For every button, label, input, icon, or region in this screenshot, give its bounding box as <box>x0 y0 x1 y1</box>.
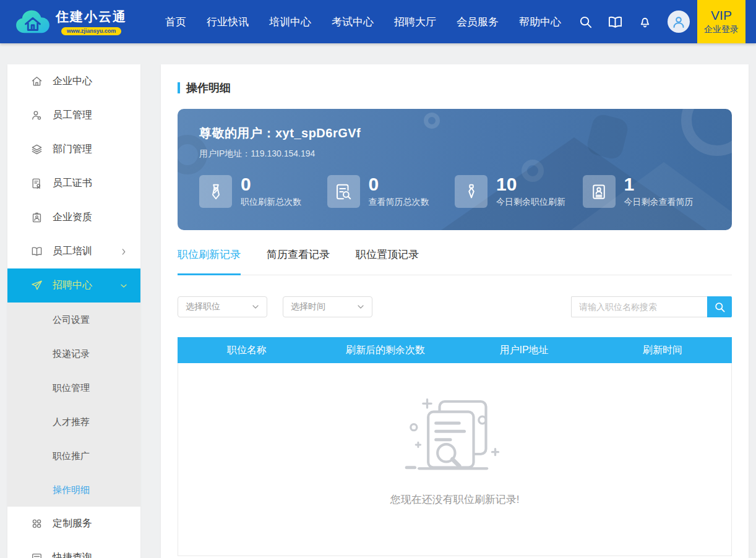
nav-item-training-center[interactable]: 培训中心 <box>269 15 311 29</box>
nav-item-member-services[interactable]: 会员服务 <box>457 15 499 29</box>
main-panel: 操作明细 尊敬的用户：xyt_spD6rGVf 用户IP地址：119.130.1… <box>161 64 749 558</box>
stat-value: 1 <box>624 175 694 194</box>
user-avatar[interactable] <box>668 11 690 33</box>
nav-icon-group <box>578 11 690 33</box>
user-gear-icon <box>31 109 43 121</box>
search-button[interactable] <box>707 296 732 317</box>
submenu-item-position-management[interactable]: 职位管理 <box>7 371 140 405</box>
sidebar: 企业中心 员工管理 部门管理 员工证书 企业资质 员工培训 <box>7 64 140 558</box>
nav-item-recruitment-hall[interactable]: 招聘大厅 <box>394 15 436 29</box>
stat-today-remaining-resume-views: 1 今日剩余查看简历 <box>583 175 711 208</box>
cloud-house-logo-icon <box>14 7 52 36</box>
stat-value: 0 <box>369 175 429 194</box>
chevron-down-icon <box>357 303 364 311</box>
paper-plane-icon <box>31 280 43 291</box>
column-header-remaining-after-refresh: 刷新后的剩余次数 <box>316 344 455 357</box>
stat-label: 职位刷新总次数 <box>241 197 301 208</box>
logo-title: 住建小云通 <box>56 8 127 25</box>
tab-position-refresh-records[interactable]: 职位刷新记录 <box>178 247 241 275</box>
sidebar-item-label: 快捷查询 <box>53 551 92 558</box>
sidebar-item-quick-query[interactable]: 快捷查询 <box>7 541 140 558</box>
empty-state-message: 您现在还没有职位刷新记录! <box>390 492 520 507</box>
vip-enterprise-login-button[interactable]: VIP 企业登录 <box>697 0 745 43</box>
sidebar-item-label: 招聘中心 <box>53 279 92 292</box>
search-icon[interactable] <box>578 15 593 29</box>
id-badge-icon <box>31 212 43 223</box>
position-search <box>571 296 732 317</box>
main-menu: 首页 行业快讯 培训中心 考试中心 招聘大厅 会员服务 帮助中心 <box>165 15 561 29</box>
sidebar-item-label: 企业中心 <box>53 75 92 88</box>
site-logo[interactable]: 住建小云通 www.zjiansyu.com <box>14 7 127 36</box>
tab-resume-view-records[interactable]: 简历查看记录 <box>267 247 330 275</box>
submenu-item-company-settings[interactable]: 公司设置 <box>7 303 140 337</box>
user-greeting: 尊敬的用户：xyt_spD6rGVf <box>199 125 710 142</box>
filter-row: 选择职位 选择时间 <box>178 296 732 317</box>
stats-row: 0 职位刷新总次数 0 查看简历总次数 <box>199 175 710 208</box>
necktie-icon <box>462 182 481 201</box>
document-query-icon <box>31 552 43 558</box>
table-header: 职位名称 刷新后的剩余次数 用户IP地址 刷新时间 <box>178 337 732 363</box>
submenu-item-position-promotion[interactable]: 职位推广 <box>7 439 140 473</box>
home-icon <box>31 75 43 87</box>
table-body-empty-state: 您现在还没有职位刷新记录! <box>178 363 732 556</box>
sidebar-item-label: 部门管理 <box>53 143 92 156</box>
sidebar-item-recruitment-center[interactable]: 招聘中心 <box>7 268 140 303</box>
stat-icon-box <box>199 175 232 208</box>
stat-label: 查看简历总次数 <box>369 197 429 208</box>
tie-icon <box>207 182 225 201</box>
stat-icon-box <box>327 175 360 208</box>
handbook-icon[interactable] <box>608 15 622 29</box>
layers-icon <box>31 144 43 155</box>
stat-resume-view-total: 0 查看简历总次数 <box>327 175 455 208</box>
stat-label: 今日剩余查看简历 <box>624 197 694 208</box>
user-stats-banner: 尊敬的用户：xyt_spD6rGVf 用户IP地址：119.130.154.19… <box>178 109 732 230</box>
page-title: 操作明细 <box>186 80 231 95</box>
vip-label: VIP <box>711 8 732 23</box>
column-header-user-ip: 用户IP地址 <box>455 344 593 357</box>
submenu-item-talent-recommendation[interactable]: 人才推荐 <box>7 405 140 439</box>
stat-position-refresh-total: 0 职位刷新总次数 <box>199 175 327 208</box>
sidebar-item-custom-services[interactable]: 定制服务 <box>7 507 140 541</box>
time-select[interactable]: 选择时间 <box>283 296 372 317</box>
stat-today-remaining-refresh: 10 今日剩余职位刷新 <box>455 175 583 208</box>
sidebar-item-enterprise-center[interactable]: 企业中心 <box>7 64 140 98</box>
tab-position-top-records[interactable]: 职位置顶记录 <box>356 247 419 275</box>
avatar-person-icon <box>671 14 686 29</box>
chevron-right-icon <box>119 247 128 256</box>
sidebar-item-employee-certificates[interactable]: 员工证书 <box>7 166 140 200</box>
submenu-item-operation-details[interactable]: 操作明细 <box>7 473 140 507</box>
sidebar-item-label: 员工培训 <box>53 245 92 258</box>
position-select[interactable]: 选择职位 <box>178 296 267 317</box>
sidebar-item-employee-management[interactable]: 员工管理 <box>7 98 140 132</box>
document-search-icon <box>334 182 353 201</box>
submenu-item-delivery-records[interactable]: 投递记录 <box>7 337 140 371</box>
logo-url-badge: www.zjiansyu.com <box>61 27 122 35</box>
sidebar-item-enterprise-qualification[interactable]: 企业资质 <box>7 200 140 234</box>
bell-icon[interactable] <box>638 15 652 29</box>
resume-card-icon <box>590 182 608 201</box>
recruitment-submenu: 公司设置 投递记录 职位管理 人才推荐 职位推广 操作明细 <box>7 303 140 507</box>
top-navbar: 住建小云通 www.zjiansyu.com 首页 行业快讯 培训中心 考试中心… <box>0 0 756 43</box>
nav-item-industry-news[interactable]: 行业快讯 <box>207 15 249 29</box>
chevron-down-icon <box>119 281 128 290</box>
sidebar-item-employee-training[interactable]: 员工培训 <box>7 234 140 268</box>
position-search-input[interactable] <box>571 296 707 317</box>
certificate-icon <box>31 178 43 189</box>
stat-label: 今日剩余职位刷新 <box>496 197 565 208</box>
time-select-value: 选择时间 <box>291 301 325 312</box>
nav-item-help-center[interactable]: 帮助中心 <box>519 15 561 29</box>
column-header-refresh-time: 刷新时间 <box>593 344 732 357</box>
column-header-position-name: 职位名称 <box>178 344 316 357</box>
nav-item-home[interactable]: 首页 <box>165 15 186 29</box>
title-accent-bar <box>178 82 180 93</box>
chevron-down-icon <box>252 303 259 311</box>
nav-item-exam-center[interactable]: 考试中心 <box>332 15 374 29</box>
refresh-records-table: 职位名称 刷新后的剩余次数 用户IP地址 刷新时间 <box>178 337 732 556</box>
sidebar-item-label: 员工管理 <box>53 109 92 122</box>
empty-documents-illustration <box>398 395 512 473</box>
search-icon <box>714 301 726 313</box>
sidebar-item-label: 企业资质 <box>53 211 92 224</box>
sidebar-item-label: 定制服务 <box>53 517 92 530</box>
sidebar-item-department-management[interactable]: 部门管理 <box>7 132 140 166</box>
four-circles-icon <box>31 518 43 530</box>
